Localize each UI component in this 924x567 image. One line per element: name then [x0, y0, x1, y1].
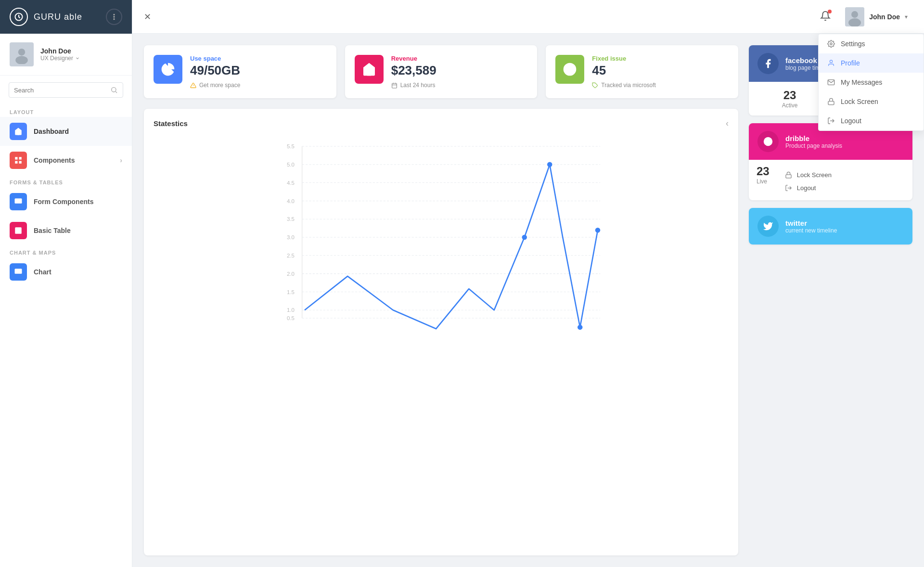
- user-avatar: [845, 7, 864, 26]
- dribble-platform-name: dribble: [785, 134, 842, 142]
- fixed-issue-footer: Tracked via microsoft: [592, 82, 729, 89]
- sidebar-profile: John Doe UX Designer: [0, 34, 132, 76]
- use-space-footer: Get more space: [190, 82, 327, 89]
- close-icon[interactable]: ✕: [144, 12, 151, 22]
- dribble-live-section: 23 Live: [749, 165, 777, 191]
- svg-point-16: [851, 11, 858, 18]
- warning-icon: [190, 82, 196, 89]
- svg-text:3.5: 3.5: [287, 216, 295, 222]
- sidebar-header: GURU able: [0, 0, 132, 34]
- dropdown-item-lock[interactable]: Lock Screen: [819, 92, 924, 111]
- dribble-sub-label: Product page analysis: [785, 142, 842, 149]
- revenue-value: $23,589: [391, 63, 528, 78]
- dribble-lock-item[interactable]: Lock Screen: [785, 168, 905, 181]
- svg-rect-9: [19, 157, 22, 159]
- chart-collapse-icon[interactable]: ‹: [726, 118, 729, 129]
- use-space-icon: [154, 55, 182, 84]
- gear-icon: [827, 40, 835, 48]
- dribble-logout-item[interactable]: Logout: [785, 181, 905, 194]
- nav-section-layout: Layout: [0, 104, 132, 117]
- dropdown-item-logout[interactable]: Logout: [819, 111, 924, 130]
- dropdown-item-profile[interactable]: Profile: [819, 53, 924, 73]
- svg-text:2.0: 2.0: [287, 271, 295, 277]
- sidebar-item-form-components[interactable]: Form Components: [0, 187, 132, 216]
- user-profile-button[interactable]: John Doe ▾: [840, 4, 912, 29]
- lock-list-icon: [785, 171, 792, 179]
- use-space-info: Use space 49/50GB Get more space: [190, 55, 327, 89]
- page-content: Use space 49/50GB Get more space Rev: [132, 34, 924, 567]
- user-chevron-icon: ▾: [905, 13, 908, 20]
- svg-point-2: [114, 16, 115, 17]
- twitter-card: twitter current new timeline: [749, 208, 912, 245]
- calendar-icon: [391, 82, 398, 89]
- svg-rect-24: [392, 83, 397, 88]
- sidebar-item-components[interactable]: Components ›: [0, 146, 132, 175]
- nav-section-forms: Forms & Tables: [0, 175, 132, 187]
- tag-icon: [592, 82, 598, 89]
- svg-text:2.5: 2.5: [287, 253, 295, 258]
- svg-point-58: [595, 228, 601, 233]
- dribble-icon: [757, 131, 779, 152]
- search-icon: [110, 86, 118, 94]
- statistics-chart: .grid-line { stroke: #e8ecf0; stroke-wid…: [154, 136, 729, 338]
- sidebar-item-label-components: Components: [34, 156, 75, 164]
- svg-rect-14: [15, 269, 22, 274]
- dribble-card: dribble Product page analysis 23 Live Lo…: [749, 123, 912, 200]
- person-icon: [827, 59, 835, 67]
- twitter-platform-name: twitter: [785, 219, 837, 227]
- twitter-sub-label: current new timeline: [785, 227, 837, 234]
- svg-text:5.5: 5.5: [287, 143, 295, 149]
- svg-text:5.0: 5.0: [287, 162, 295, 168]
- chart-card: Statestics ‹ .grid-line { stroke: #e8ecf…: [144, 109, 738, 555]
- user-name-label: John Doe: [869, 13, 900, 21]
- menu-toggle-button[interactable]: [106, 9, 122, 25]
- stat-card-fixed-issue: Fixed issue 45 Tracked via microsoft: [546, 45, 738, 98]
- revenue-icon: [355, 55, 384, 84]
- use-space-value: 49/50GB: [190, 63, 327, 78]
- svg-point-56: [547, 162, 552, 168]
- envelope-icon: [827, 78, 835, 86]
- sidebar-item-chart[interactable]: Chart: [0, 258, 132, 286]
- stat-card-revenue: Revenue $23,589 Last 24 hours: [345, 45, 538, 98]
- sidebar-item-dashboard[interactable]: Dashboard: [0, 117, 132, 146]
- sidebar-item-basic-table[interactable]: Basic Table: [0, 216, 132, 245]
- chart-title: Statestics: [154, 119, 188, 128]
- svg-point-55: [522, 235, 527, 240]
- svg-point-3: [114, 19, 115, 20]
- dropdown-item-settings[interactable]: Settings: [819, 34, 924, 53]
- svg-text:4.5: 4.5: [287, 180, 295, 186]
- facebook-icon: [757, 53, 779, 74]
- dashboard-nav-icon: [10, 123, 27, 140]
- profile-role[interactable]: UX Designer: [40, 55, 122, 62]
- twitter-icon: [757, 216, 779, 237]
- chart-header: Statestics ‹: [154, 118, 729, 129]
- dribble-logout-label: Logout: [797, 184, 816, 192]
- search-input[interactable]: [14, 87, 110, 94]
- svg-rect-10: [19, 161, 22, 164]
- profile-info: John Doe UX Designer: [40, 47, 122, 62]
- svg-text:0.5: 0.5: [287, 315, 295, 321]
- components-arrow-icon: ›: [120, 156, 122, 164]
- svg-text:3.0: 3.0: [287, 234, 295, 240]
- dropdown-lock-label: Lock Screen: [841, 98, 878, 105]
- dropdown-item-messages[interactable]: My Messages: [819, 73, 924, 92]
- dribble-body: 23 Live Lock Screen Logout: [749, 160, 912, 200]
- form-components-nav-icon: [10, 193, 27, 210]
- logo-text: GURU able: [34, 12, 82, 22]
- sidebar-item-label-form-components: Form Components: [34, 198, 93, 206]
- notification-bell-icon[interactable]: [820, 11, 831, 23]
- svg-point-59: [764, 137, 772, 146]
- stat-cards-row: Use space 49/50GB Get more space Rev: [144, 45, 738, 98]
- basic-table-nav-icon: [10, 222, 27, 239]
- fixed-issue-icon: [555, 55, 584, 84]
- svg-rect-8: [15, 157, 17, 159]
- use-space-label: Use space: [190, 55, 327, 62]
- logo-icon: [10, 8, 28, 26]
- dribble-lock-label: Lock Screen: [797, 171, 832, 179]
- svg-point-18: [830, 43, 832, 45]
- dribble-live-label: Live: [757, 178, 770, 185]
- svg-point-19: [830, 60, 832, 63]
- profile-name: John Doe: [40, 47, 122, 55]
- revenue-label: Revenue: [391, 55, 528, 62]
- main-content: ✕ John Doe ▾: [132, 0, 924, 567]
